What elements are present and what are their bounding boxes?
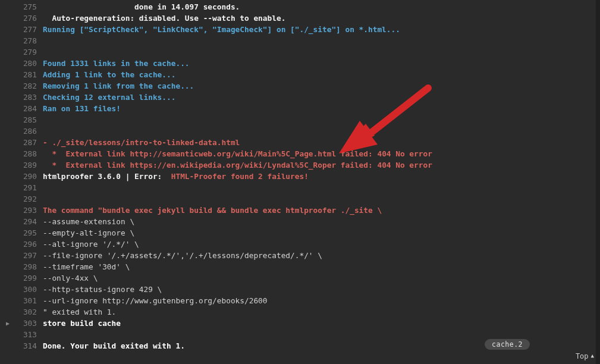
log-text: store build cache (43, 319, 121, 328)
line-content: " exited with 1. (43, 306, 600, 318)
line-number[interactable]: 295 (0, 227, 43, 239)
line-content: --file-ignore '/.+/assets/.*/','/.+/less… (43, 250, 600, 261)
line-number[interactable]: 281 (0, 69, 43, 80)
log-text: Auto-regeneration: disabled. Use --watch… (52, 14, 285, 23)
line-number[interactable]: 279 (0, 46, 43, 58)
line-content: --assume-extension \ (43, 216, 600, 227)
line-number[interactable]: 277 (0, 24, 43, 35)
line-number[interactable]: 286 (0, 125, 43, 137)
line-number[interactable]: 288 (0, 148, 43, 159)
line-content: Checking 12 external links... (43, 92, 600, 103)
log-line: 290htmlproofer 3.6.0 | Error: HTML-Proof… (0, 171, 600, 182)
line-number[interactable]: 280 (0, 58, 43, 69)
log-line: 281Adding 1 link to the cache... (0, 69, 600, 80)
log-text: The command "bundle exec jekyll build &&… (43, 206, 382, 215)
line-number[interactable]: 283 (0, 92, 43, 103)
line-number[interactable]: 278 (0, 35, 43, 46)
log-text: --url-ignore http://www.gutenberg.org/eb… (43, 296, 268, 305)
line-number[interactable]: 301 (0, 295, 43, 306)
line-number[interactable]: 314 (0, 340, 43, 352)
line-content: Auto-regeneration: disabled. Use --watch… (43, 12, 600, 24)
line-content: --empty-alt-ignore \ (43, 227, 600, 239)
line-number[interactable]: 282 (0, 80, 43, 92)
log-line: 285 (0, 114, 600, 125)
scrollbar[interactable] (596, 0, 600, 364)
log-text: --timeframe '30d' \ (43, 262, 130, 271)
log-line: 284Ran on 131 files! (0, 103, 600, 114)
log-line: 292 (0, 193, 600, 205)
line-number[interactable]: 294 (0, 216, 43, 227)
log-text: --assume-extension \ (43, 217, 134, 226)
log-text: HTML-Proofer found 2 failures! (171, 172, 309, 181)
line-number[interactable]: 276 (0, 12, 43, 24)
line-number[interactable]: 275 (0, 1, 43, 12)
log-viewport: 275 done in 14.097 seconds.276 Auto-rege… (0, 0, 600, 364)
log-line: 296--alt-ignore '/.*/' \ (0, 239, 600, 250)
log-text: Running ["ScriptCheck", "LinkCheck", "Im… (43, 25, 400, 34)
line-content: Ran on 131 files! (43, 103, 600, 114)
log-text: - ./_site/lessons/intro-to-linked-data.h… (43, 138, 240, 147)
log-line: 288 * External link http://semanticweb.o… (0, 148, 600, 159)
top-button-label: Top (576, 352, 589, 360)
line-number[interactable]: 300 (0, 284, 43, 295)
line-content: * External link http://semanticweb.org/w… (43, 148, 600, 159)
line-number[interactable]: 297 (0, 250, 43, 261)
log-line: 282Removing 1 link from the cache... (0, 80, 600, 92)
log-text: * External link http://semanticweb.org/w… (52, 149, 432, 158)
log-line: 302" exited with 1. (0, 306, 600, 318)
log-line: 295--empty-alt-ignore \ (0, 227, 600, 239)
log-line: 286 (0, 125, 600, 137)
log-line: 300--http-status-ignore 429 \ (0, 284, 600, 295)
log-text: Found 1331 links in the cache... (43, 59, 190, 68)
line-number[interactable]: 292 (0, 193, 43, 205)
line-number[interactable]: 285 (0, 114, 43, 125)
line-number[interactable]: 303 (0, 318, 43, 329)
log-line: 277Running ["ScriptCheck", "LinkCheck", … (0, 24, 600, 35)
line-content: Adding 1 link to the cache... (43, 69, 600, 80)
line-content: * External link https://en.wikipedia.org… (43, 159, 600, 171)
log-line: 276 Auto-regeneration: disabled. Use --w… (0, 12, 600, 24)
line-number[interactable]: 284 (0, 103, 43, 114)
line-number[interactable]: 302 (0, 306, 43, 318)
log-text: --alt-ignore '/.*/' \ (43, 240, 139, 249)
line-number[interactable]: 293 (0, 205, 43, 216)
line-content: Found 1331 links in the cache... (43, 58, 600, 69)
log-text: done in 14.097 seconds. (134, 2, 240, 11)
log-text: --file-ignore '/.+/assets/.*/','/.+/less… (43, 251, 322, 260)
line-content: Running ["ScriptCheck", "LinkCheck", "Im… (43, 24, 600, 35)
line-content: Removing 1 link from the cache... (43, 80, 600, 92)
line-content: store build cache (43, 318, 600, 329)
line-number[interactable]: 287 (0, 137, 43, 148)
line-number[interactable]: 298 (0, 261, 43, 272)
line-content: done in 14.097 seconds. (43, 1, 600, 12)
log-line: 275 done in 14.097 seconds. (0, 1, 600, 12)
log-line: 279 (0, 46, 600, 58)
log-line: 293The command "bundle exec jekyll build… (0, 205, 600, 216)
log-line: 303store build cache (0, 318, 600, 329)
line-number[interactable]: 296 (0, 239, 43, 250)
log-text: --http-status-ignore 429 \ (43, 285, 162, 294)
line-content: htmlproofer 3.6.0 | Error: HTML-Proofer … (43, 171, 600, 182)
line-content: - ./_site/lessons/intro-to-linked-data.h… (43, 137, 600, 148)
line-number[interactable]: 290 (0, 171, 43, 182)
line-number[interactable]: 291 (0, 182, 43, 193)
log-text: htmlproofer 3.6.0 | Error: (43, 172, 171, 181)
log-line: 283Checking 12 external links... (0, 92, 600, 103)
log-line: 294--assume-extension \ (0, 216, 600, 227)
line-content: --timeframe '30d' \ (43, 261, 600, 272)
log-line: 299--only-4xx \ (0, 272, 600, 284)
line-number[interactable]: 313 (0, 329, 43, 340)
line-content: The command "bundle exec jekyll build &&… (43, 205, 600, 216)
scroll-to-top-button[interactable]: Top ▲ (576, 352, 594, 360)
log-line: 289 * External link https://en.wikipedia… (0, 159, 600, 171)
log-text: Done. Your build exited with 1. (43, 341, 185, 350)
line-content: --only-4xx \ (43, 272, 600, 284)
cache-badge: cache.2 (485, 339, 530, 350)
line-number[interactable]: 299 (0, 272, 43, 284)
log-text: Adding 1 link to the cache... (43, 70, 175, 79)
log-lines[interactable]: 275 done in 14.097 seconds.276 Auto-rege… (0, 0, 600, 352)
line-number[interactable]: 289 (0, 159, 43, 171)
log-line: 301--url-ignore http://www.gutenberg.org… (0, 295, 600, 306)
log-line: 278 (0, 35, 600, 46)
log-line: 298--timeframe '30d' \ (0, 261, 600, 272)
